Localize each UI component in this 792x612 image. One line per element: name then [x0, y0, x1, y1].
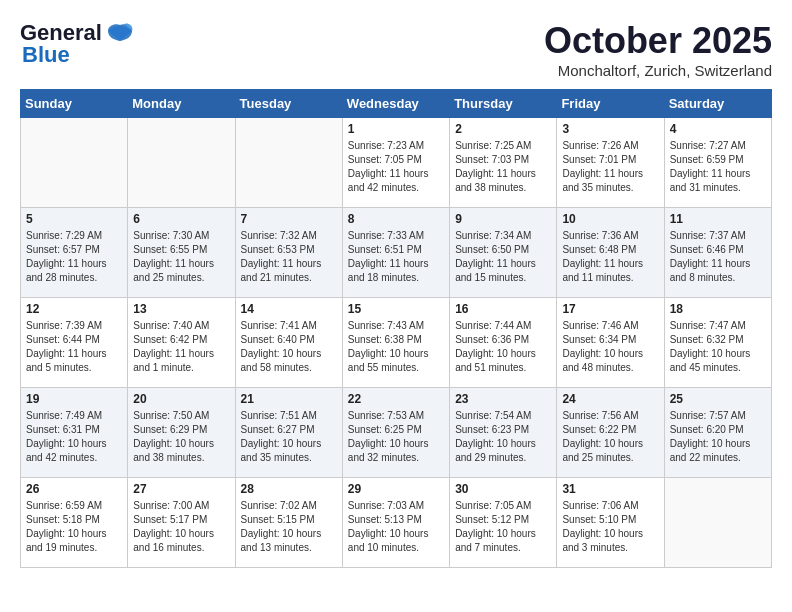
cell-info: Sunrise: 7:32 AM Sunset: 6:53 PM Dayligh…: [241, 229, 337, 285]
calendar-cell: 14Sunrise: 7:41 AM Sunset: 6:40 PM Dayli…: [235, 298, 342, 388]
calendar-cell: 3Sunrise: 7:26 AM Sunset: 7:01 PM Daylig…: [557, 118, 664, 208]
cell-info: Sunrise: 7:03 AM Sunset: 5:13 PM Dayligh…: [348, 499, 444, 555]
calendar-cell: 7Sunrise: 7:32 AM Sunset: 6:53 PM Daylig…: [235, 208, 342, 298]
day-number: 1: [348, 122, 444, 136]
title-block: October 2025 Monchaltorf, Zurich, Switze…: [544, 20, 772, 79]
location-text: Monchaltorf, Zurich, Switzerland: [544, 62, 772, 79]
logo: General Blue: [20, 20, 134, 68]
calendar-cell: 26Sunrise: 6:59 AM Sunset: 5:18 PM Dayli…: [21, 478, 128, 568]
cell-info: Sunrise: 7:06 AM Sunset: 5:10 PM Dayligh…: [562, 499, 658, 555]
calendar-week-row: 5Sunrise: 7:29 AM Sunset: 6:57 PM Daylig…: [21, 208, 772, 298]
calendar-cell: 9Sunrise: 7:34 AM Sunset: 6:50 PM Daylig…: [450, 208, 557, 298]
calendar-cell: 2Sunrise: 7:25 AM Sunset: 7:03 PM Daylig…: [450, 118, 557, 208]
day-number: 30: [455, 482, 551, 496]
calendar-cell: 16Sunrise: 7:44 AM Sunset: 6:36 PM Dayli…: [450, 298, 557, 388]
day-number: 6: [133, 212, 229, 226]
calendar-cell: 25Sunrise: 7:57 AM Sunset: 6:20 PM Dayli…: [664, 388, 771, 478]
cell-info: Sunrise: 7:54 AM Sunset: 6:23 PM Dayligh…: [455, 409, 551, 465]
day-number: 22: [348, 392, 444, 406]
day-number: 26: [26, 482, 122, 496]
cell-info: Sunrise: 7:53 AM Sunset: 6:25 PM Dayligh…: [348, 409, 444, 465]
day-number: 16: [455, 302, 551, 316]
calendar-cell: 10Sunrise: 7:36 AM Sunset: 6:48 PM Dayli…: [557, 208, 664, 298]
col-header-friday: Friday: [557, 90, 664, 118]
day-number: 15: [348, 302, 444, 316]
cell-info: Sunrise: 7:27 AM Sunset: 6:59 PM Dayligh…: [670, 139, 766, 195]
calendar-week-row: 1Sunrise: 7:23 AM Sunset: 7:05 PM Daylig…: [21, 118, 772, 208]
cell-info: Sunrise: 7:50 AM Sunset: 6:29 PM Dayligh…: [133, 409, 229, 465]
calendar-cell: 17Sunrise: 7:46 AM Sunset: 6:34 PM Dayli…: [557, 298, 664, 388]
cell-info: Sunrise: 7:37 AM Sunset: 6:46 PM Dayligh…: [670, 229, 766, 285]
calendar-cell: 28Sunrise: 7:02 AM Sunset: 5:15 PM Dayli…: [235, 478, 342, 568]
cell-info: Sunrise: 7:34 AM Sunset: 6:50 PM Dayligh…: [455, 229, 551, 285]
day-number: 20: [133, 392, 229, 406]
calendar-table: SundayMondayTuesdayWednesdayThursdayFrid…: [20, 89, 772, 568]
day-number: 11: [670, 212, 766, 226]
logo-blue-text: Blue: [22, 42, 70, 68]
day-number: 29: [348, 482, 444, 496]
calendar-cell: 24Sunrise: 7:56 AM Sunset: 6:22 PM Dayli…: [557, 388, 664, 478]
calendar-cell: 13Sunrise: 7:40 AM Sunset: 6:42 PM Dayli…: [128, 298, 235, 388]
day-number: 13: [133, 302, 229, 316]
day-number: 17: [562, 302, 658, 316]
calendar-cell: 12Sunrise: 7:39 AM Sunset: 6:44 PM Dayli…: [21, 298, 128, 388]
cell-info: Sunrise: 7:49 AM Sunset: 6:31 PM Dayligh…: [26, 409, 122, 465]
cell-info: Sunrise: 7:25 AM Sunset: 7:03 PM Dayligh…: [455, 139, 551, 195]
day-number: 24: [562, 392, 658, 406]
calendar-cell: 19Sunrise: 7:49 AM Sunset: 6:31 PM Dayli…: [21, 388, 128, 478]
cell-info: Sunrise: 7:56 AM Sunset: 6:22 PM Dayligh…: [562, 409, 658, 465]
day-number: 23: [455, 392, 551, 406]
cell-info: Sunrise: 6:59 AM Sunset: 5:18 PM Dayligh…: [26, 499, 122, 555]
cell-info: Sunrise: 7:30 AM Sunset: 6:55 PM Dayligh…: [133, 229, 229, 285]
cell-info: Sunrise: 7:00 AM Sunset: 5:17 PM Dayligh…: [133, 499, 229, 555]
col-header-tuesday: Tuesday: [235, 90, 342, 118]
day-number: 19: [26, 392, 122, 406]
day-number: 4: [670, 122, 766, 136]
cell-info: Sunrise: 7:40 AM Sunset: 6:42 PM Dayligh…: [133, 319, 229, 375]
cell-info: Sunrise: 7:33 AM Sunset: 6:51 PM Dayligh…: [348, 229, 444, 285]
cell-info: Sunrise: 7:57 AM Sunset: 6:20 PM Dayligh…: [670, 409, 766, 465]
day-number: 3: [562, 122, 658, 136]
page-header: General Blue October 2025 Monchaltorf, Z…: [20, 20, 772, 79]
col-header-monday: Monday: [128, 90, 235, 118]
cell-info: Sunrise: 7:23 AM Sunset: 7:05 PM Dayligh…: [348, 139, 444, 195]
calendar-cell: 30Sunrise: 7:05 AM Sunset: 5:12 PM Dayli…: [450, 478, 557, 568]
calendar-cell: 27Sunrise: 7:00 AM Sunset: 5:17 PM Dayli…: [128, 478, 235, 568]
day-number: 25: [670, 392, 766, 406]
cell-info: Sunrise: 7:29 AM Sunset: 6:57 PM Dayligh…: [26, 229, 122, 285]
calendar-cell: 8Sunrise: 7:33 AM Sunset: 6:51 PM Daylig…: [342, 208, 449, 298]
calendar-week-row: 12Sunrise: 7:39 AM Sunset: 6:44 PM Dayli…: [21, 298, 772, 388]
calendar-cell: [664, 478, 771, 568]
day-number: 8: [348, 212, 444, 226]
logo-bird-icon: [106, 23, 134, 43]
calendar-cell: 22Sunrise: 7:53 AM Sunset: 6:25 PM Dayli…: [342, 388, 449, 478]
calendar-header-row: SundayMondayTuesdayWednesdayThursdayFrid…: [21, 90, 772, 118]
cell-info: Sunrise: 7:26 AM Sunset: 7:01 PM Dayligh…: [562, 139, 658, 195]
calendar-cell: [21, 118, 128, 208]
day-number: 5: [26, 212, 122, 226]
calendar-week-row: 26Sunrise: 6:59 AM Sunset: 5:18 PM Dayli…: [21, 478, 772, 568]
day-number: 28: [241, 482, 337, 496]
day-number: 10: [562, 212, 658, 226]
day-number: 18: [670, 302, 766, 316]
calendar-cell: [128, 118, 235, 208]
day-number: 7: [241, 212, 337, 226]
calendar-cell: 1Sunrise: 7:23 AM Sunset: 7:05 PM Daylig…: [342, 118, 449, 208]
calendar-cell: 6Sunrise: 7:30 AM Sunset: 6:55 PM Daylig…: [128, 208, 235, 298]
calendar-cell: 15Sunrise: 7:43 AM Sunset: 6:38 PM Dayli…: [342, 298, 449, 388]
day-number: 14: [241, 302, 337, 316]
day-number: 31: [562, 482, 658, 496]
cell-info: Sunrise: 7:02 AM Sunset: 5:15 PM Dayligh…: [241, 499, 337, 555]
col-header-saturday: Saturday: [664, 90, 771, 118]
cell-info: Sunrise: 7:46 AM Sunset: 6:34 PM Dayligh…: [562, 319, 658, 375]
day-number: 9: [455, 212, 551, 226]
calendar-cell: 5Sunrise: 7:29 AM Sunset: 6:57 PM Daylig…: [21, 208, 128, 298]
col-header-wednesday: Wednesday: [342, 90, 449, 118]
col-header-sunday: Sunday: [21, 90, 128, 118]
calendar-cell: 29Sunrise: 7:03 AM Sunset: 5:13 PM Dayli…: [342, 478, 449, 568]
cell-info: Sunrise: 7:51 AM Sunset: 6:27 PM Dayligh…: [241, 409, 337, 465]
day-number: 12: [26, 302, 122, 316]
calendar-cell: 4Sunrise: 7:27 AM Sunset: 6:59 PM Daylig…: [664, 118, 771, 208]
calendar-cell: 20Sunrise: 7:50 AM Sunset: 6:29 PM Dayli…: [128, 388, 235, 478]
cell-info: Sunrise: 7:47 AM Sunset: 6:32 PM Dayligh…: [670, 319, 766, 375]
